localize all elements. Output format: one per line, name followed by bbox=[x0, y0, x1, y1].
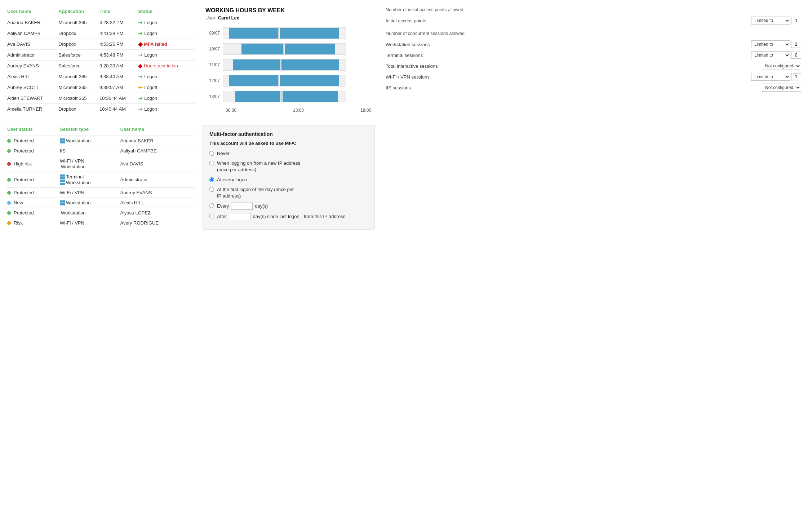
initial-access-number[interactable] bbox=[791, 17, 801, 24]
session-select[interactable]: Limited toNot configuredUnlimited bbox=[751, 73, 790, 81]
status-cell: ➜Logon bbox=[138, 17, 195, 28]
windows-icon bbox=[60, 174, 65, 179]
user-status-cell: Risk bbox=[7, 218, 60, 228]
app-cell: Microsoft 365 bbox=[58, 71, 99, 82]
app-cell: Microsoft 365 bbox=[58, 82, 99, 93]
mfa-days-input[interactable] bbox=[229, 213, 250, 220]
user-name-cell: Alexis HILL bbox=[120, 198, 195, 208]
chart-title: WORKING HOURS BY WEEK bbox=[205, 7, 371, 14]
session-row-control[interactable]: Limited toNot configuredUnlimited bbox=[762, 62, 801, 70]
session-row-label: Wi-Fi / VPN sessions bbox=[386, 74, 430, 80]
session-row-label: Terminal sessions bbox=[386, 53, 423, 58]
initial-access-select[interactable]: Limited to Not configured Unlimited bbox=[751, 17, 790, 25]
initial-access-control[interactable]: Limited to Not configured Unlimited bbox=[751, 17, 801, 25]
session-number-input[interactable] bbox=[791, 41, 801, 48]
col-user-status: User status bbox=[7, 125, 60, 136]
mfa-subtitle: This account will be asked to use MFA: bbox=[209, 141, 367, 146]
session-type-cell: Wi-Fi / VPN bbox=[60, 188, 120, 198]
config-panel: Number of initial access points allowed … bbox=[382, 7, 805, 114]
mfa-radio[interactable] bbox=[209, 151, 214, 156]
user-status-cell: New bbox=[7, 198, 60, 208]
config-session-row: Terminal sessionsLimited toNot configure… bbox=[386, 51, 801, 59]
session-line: Terminal bbox=[60, 174, 118, 179]
windows-icon bbox=[60, 180, 65, 185]
bar-track bbox=[223, 59, 346, 71]
initial-access-group: Initial access points Limited to Not con… bbox=[386, 17, 801, 25]
col-time: Time bbox=[99, 7, 138, 17]
mfa-radio[interactable] bbox=[209, 177, 214, 182]
session-number-input[interactable] bbox=[791, 52, 801, 59]
table-row: ProtectedWorkstationArianna BAKER bbox=[7, 136, 195, 146]
session-number-input[interactable] bbox=[791, 73, 801, 80]
time-cell: 9:28:39 AM bbox=[99, 61, 138, 71]
session-row-control[interactable]: Limited toNot configuredUnlimited bbox=[751, 73, 801, 81]
config-session-row: Workstation sessionsLimited toNot config… bbox=[386, 40, 801, 48]
status-badge: Protected bbox=[7, 210, 58, 216]
status-badge: High risk bbox=[7, 161, 58, 167]
user-name-cell: Alyssa LOPEZ bbox=[120, 208, 195, 218]
table-row: Arianna BAKERMicrosoft 3654:28:32 PM➜Log… bbox=[7, 17, 195, 28]
session-select[interactable]: Limited toNot configuredUnlimited bbox=[762, 62, 801, 70]
bar-row: 09/07 bbox=[205, 26, 346, 40]
session-select[interactable]: Limited toNot configuredUnlimited bbox=[751, 51, 790, 59]
table-row: ProtectedIISAaliyah CAMPBE bbox=[7, 146, 195, 156]
table-row: AdministratorSalesforce4:53:48 PM➜Logon bbox=[7, 50, 195, 61]
windows-icon bbox=[60, 138, 65, 143]
session-select[interactable]: Limited toNot configuredUnlimited bbox=[762, 84, 801, 92]
user-cell: Arianna BAKER bbox=[7, 17, 58, 28]
table-row: RiskWi-Fi / VPNAvery RODRIGUE bbox=[7, 218, 195, 228]
user-name-cell: Aaliyah CAMPBE bbox=[120, 146, 195, 156]
table-row: Amelia TURNERDropbox10:40:44 AM➜Logon bbox=[7, 104, 195, 115]
mfa-radio[interactable] bbox=[209, 161, 214, 165]
user-status-cell: Protected bbox=[7, 146, 60, 156]
session-type-cell: Wi-Fi / VPN bbox=[60, 218, 120, 228]
user-cell: Ava DAVIS bbox=[7, 39, 58, 50]
table-row: Aubrey SCOTTMicrosoft 3659:39:07 AM⬅Logo… bbox=[7, 82, 195, 93]
app-cell: Dropbox bbox=[58, 104, 99, 115]
session-select[interactable]: Limited toNot configuredUnlimited bbox=[751, 40, 790, 48]
user-status-cell: High risk bbox=[7, 156, 60, 172]
user-name-cell: Audrey EVANS bbox=[120, 188, 195, 198]
mfa-option: Afterday(s) since last logonfrom this IP… bbox=[209, 213, 367, 220]
mfa-option: When logging on from a new IP address(on… bbox=[209, 160, 367, 173]
user-status-cell: Protected bbox=[7, 208, 60, 218]
app-cell: Dropbox bbox=[58, 39, 99, 50]
x-axis-label: 18:00 bbox=[360, 108, 371, 113]
session-type-cell: Workstation bbox=[60, 198, 120, 208]
mfa-option-label: Never bbox=[217, 150, 230, 157]
config-session-row: Wi-Fi / VPN sessionsLimited toNot config… bbox=[386, 73, 801, 81]
time-cell: 10:40:44 AM bbox=[99, 104, 138, 115]
status-cell: ⬅Logoff bbox=[138, 82, 195, 93]
col-user-name: User name bbox=[120, 125, 195, 136]
session-row-label: IIS sessions bbox=[386, 85, 411, 90]
mfa-radio[interactable] bbox=[209, 203, 214, 208]
session-row-control[interactable]: Limited toNot configuredUnlimited bbox=[751, 40, 801, 48]
session-line: Workstation bbox=[60, 164, 118, 169]
status-cell: ➜Logon bbox=[138, 93, 195, 104]
mfa-title: Multi-factor authentication bbox=[209, 131, 367, 137]
col-username: User name bbox=[7, 7, 58, 17]
mfa-days-input[interactable] bbox=[231, 203, 253, 210]
col-application: Application bbox=[58, 7, 99, 17]
session-row-control[interactable]: Limited toNot configuredUnlimited bbox=[762, 84, 801, 92]
time-cell: 9:39:07 AM bbox=[99, 82, 138, 93]
session-row-control[interactable]: Limited toNot configuredUnlimited bbox=[751, 51, 801, 59]
user-status-panel: User status Session type User name Prote… bbox=[7, 125, 195, 230]
app-cell: Dropbox bbox=[58, 28, 99, 39]
mfa-radio[interactable] bbox=[209, 187, 214, 192]
app-cell: Salesforce bbox=[58, 61, 99, 71]
mfa-option-label: At every logon bbox=[217, 177, 247, 183]
bar-chart: 09/0710/0711/0712/0713/07 bbox=[205, 26, 346, 103]
table-row: High riskWi-Fi / VPNWorkstationAva DAVIS bbox=[7, 156, 195, 172]
mfa-option-label: Everyday(s) bbox=[217, 203, 268, 210]
x-axis-label: 13:00 bbox=[293, 108, 360, 113]
time-cell: 4:28:32 PM bbox=[99, 17, 138, 28]
time-cell: 4:53:48 PM bbox=[99, 50, 138, 61]
status-badge: New bbox=[7, 200, 58, 205]
session-line: Workstation bbox=[60, 180, 118, 185]
config-session-row: IIS sessionsLimited toNot configuredUnli… bbox=[386, 84, 801, 92]
mfa-radio[interactable] bbox=[209, 214, 214, 218]
config-session-row: Total interactive sessionsLimited toNot … bbox=[386, 62, 801, 70]
session-line: Workstation bbox=[60, 200, 118, 205]
concurrent-sessions-header: Number of concurrent sessions allowed bbox=[386, 31, 801, 36]
